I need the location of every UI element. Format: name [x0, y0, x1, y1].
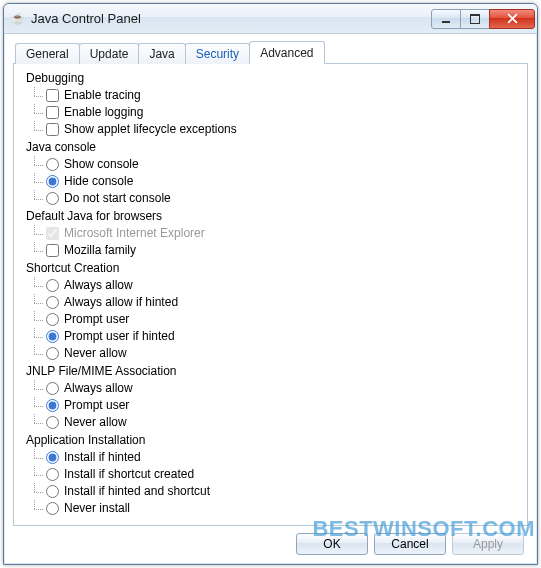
option-label: Never install [64, 500, 130, 517]
section-label: JNLP File/MIME Association [26, 363, 521, 380]
close-icon [507, 13, 518, 24]
window-frame: ☕ Java Control Panel General Update Java… [3, 3, 538, 565]
section-jnlp: JNLP File/MIME Association Always allow … [26, 363, 521, 431]
option-msie: Microsoft Internet Explorer [26, 225, 521, 242]
section-exec-env: Execution Environment Security Settings [26, 518, 521, 521]
section-default-browsers: Default Java for browsers Microsoft Inte… [26, 208, 521, 259]
option-label: Prompt user if hinted [64, 328, 175, 345]
cancel-button[interactable]: Cancel [374, 533, 446, 555]
titlebar[interactable]: ☕ Java Control Panel [4, 4, 537, 34]
option-ai-install-if-shortcut[interactable]: Install if shortcut created [26, 466, 521, 483]
section-label: Shortcut Creation [26, 260, 521, 277]
tab-java[interactable]: Java [138, 43, 185, 64]
settings-tree[interactable]: Debugging Enable tracing Enable logging … [18, 68, 525, 521]
option-do-not-start-console[interactable]: Do not start console [26, 190, 521, 207]
option-label: Install if shortcut created [64, 466, 194, 483]
option-hide-console[interactable]: Hide console [26, 173, 521, 190]
option-label: Prompt user [64, 311, 129, 328]
option-label: Microsoft Internet Explorer [64, 225, 205, 242]
option-show-applet-lifecycle[interactable]: Show applet lifecycle exceptions [26, 121, 521, 138]
apply-button: Apply [452, 533, 524, 555]
option-label: Hide console [64, 173, 133, 190]
tab-update[interactable]: Update [79, 43, 140, 64]
option-jnlp-prompt-user[interactable]: Prompt user [26, 397, 521, 414]
option-sc-always-allow[interactable]: Always allow [26, 277, 521, 294]
section-label: Default Java for browsers [26, 208, 521, 225]
section-label: Execution Environment Security Settings [26, 518, 521, 521]
option-label: Always allow [64, 380, 133, 397]
section-java-console: Java console Show console Hide console D… [26, 139, 521, 207]
option-jnlp-always-allow[interactable]: Always allow [26, 380, 521, 397]
option-enable-logging[interactable]: Enable logging [26, 104, 521, 121]
java-icon: ☕ [10, 11, 26, 27]
tab-advanced[interactable]: Advanced [249, 41, 324, 64]
option-label: Enable tracing [64, 87, 141, 104]
ok-button[interactable]: OK [296, 533, 368, 555]
dialog-buttons: OK Cancel Apply [296, 533, 524, 555]
section-shortcut-creation: Shortcut Creation Always allow Always al… [26, 260, 521, 362]
option-ai-install-if-hinted[interactable]: Install if hinted [26, 449, 521, 466]
window-controls [432, 9, 535, 29]
maximize-button[interactable] [460, 9, 490, 29]
option-label: Never allow [64, 345, 127, 362]
option-label: Show applet lifecycle exceptions [64, 121, 237, 138]
window-title: Java Control Panel [31, 11, 432, 26]
option-sc-prompt-user[interactable]: Prompt user [26, 311, 521, 328]
option-ai-install-if-hinted-shortcut[interactable]: Install if hinted and shortcut [26, 483, 521, 500]
option-mozilla[interactable]: Mozilla family [26, 242, 521, 259]
option-label: Never allow [64, 414, 127, 431]
option-label: Always allow if hinted [64, 294, 178, 311]
close-button[interactable] [489, 9, 535, 29]
option-show-console[interactable]: Show console [26, 156, 521, 173]
option-label: Install if hinted [64, 449, 141, 466]
tab-general[interactable]: General [15, 43, 80, 64]
minimize-button[interactable] [431, 9, 461, 29]
option-label: Always allow [64, 277, 133, 294]
tabstrip: General Update Java Security Advanced [13, 42, 528, 64]
option-label: Show console [64, 156, 139, 173]
section-app-install: Application Installation Install if hint… [26, 432, 521, 517]
section-debugging: Debugging Enable tracing Enable logging … [26, 70, 521, 138]
option-jnlp-never-allow[interactable]: Never allow [26, 414, 521, 431]
option-sc-never-allow[interactable]: Never allow [26, 345, 521, 362]
option-label: Enable logging [64, 104, 143, 121]
option-label: Mozilla family [64, 242, 136, 259]
option-label: Install if hinted and shortcut [64, 483, 210, 500]
option-label: Do not start console [64, 190, 171, 207]
option-sc-always-allow-hinted[interactable]: Always allow if hinted [26, 294, 521, 311]
option-enable-tracing[interactable]: Enable tracing [26, 87, 521, 104]
tab-panel-advanced: Debugging Enable tracing Enable logging … [13, 64, 528, 526]
section-label: Java console [26, 139, 521, 156]
client-area: General Update Java Security Advanced De… [4, 34, 537, 564]
option-sc-prompt-user-hinted[interactable]: Prompt user if hinted [26, 328, 521, 345]
option-label: Prompt user [64, 397, 129, 414]
section-label: Application Installation [26, 432, 521, 449]
option-ai-never-install[interactable]: Never install [26, 500, 521, 517]
section-label: Debugging [26, 70, 521, 87]
tab-security[interactable]: Security [185, 43, 250, 64]
